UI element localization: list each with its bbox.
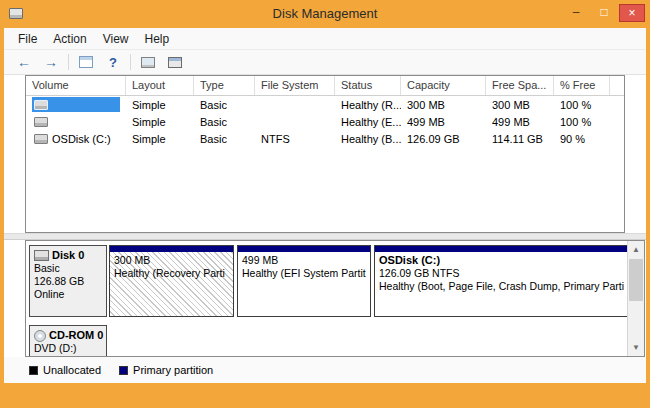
- cdrom0-row: CD-ROM 0 DVD (D:): [29, 325, 625, 356]
- cell-free-space: 499 MB: [486, 116, 554, 128]
- volume-cell[interactable]: OSDisk (C:): [32, 131, 120, 146]
- unallocated-swatch: [29, 366, 38, 375]
- minimize-button[interactable]: –: [563, 4, 589, 22]
- menu-help[interactable]: Help: [137, 29, 178, 49]
- column-type[interactable]: Type: [194, 76, 255, 95]
- title-bar[interactable]: Disk Management – □ ×: [0, 0, 650, 28]
- cdrom-icon: [34, 330, 46, 342]
- disk0-info[interactable]: Disk 0 Basic 126.88 GB Online: [29, 245, 107, 317]
- disk-type: Basic: [34, 262, 102, 275]
- cell-free-space: 300 MB: [486, 99, 554, 111]
- disk-graph-pane: Disk 0 Basic 126.88 GB Online 300 MB Hea…: [25, 240, 645, 357]
- cell-pct-free: 100 %: [554, 116, 610, 128]
- column-pct-free[interactable]: % Free: [554, 76, 610, 95]
- cell-status: Healthy (R...: [335, 99, 401, 111]
- window-title: Disk Management: [0, 6, 650, 21]
- cell-capacity: 300 MB: [401, 99, 486, 111]
- disk-properties-icon[interactable]: [165, 53, 185, 72]
- toolbar-separator: [130, 54, 131, 70]
- partition-status: Healthy (EFI System Partit: [242, 267, 366, 280]
- toolbar-separator: [68, 54, 69, 70]
- volume-cell[interactable]: [32, 114, 120, 129]
- partition-size: 126.09 GB NTFS: [379, 267, 624, 280]
- column-status[interactable]: Status: [335, 76, 401, 95]
- volume-icon: [34, 117, 48, 127]
- table-row-efi[interactable]: Simple Basic Healthy (E... 499 MB 499 MB…: [26, 113, 624, 130]
- cell-layout: Simple: [126, 133, 194, 145]
- cell-layout: Simple: [126, 99, 194, 111]
- scrollbar-thumb[interactable]: [629, 259, 643, 301]
- disk-properties-glyph: [168, 57, 182, 68]
- disk-name: CD-ROM 0: [49, 329, 103, 342]
- cell-capacity: 499 MB: [401, 116, 486, 128]
- disk-management-window: Disk Management – □ × File Action View H…: [0, 0, 650, 408]
- help-glyph: ?: [109, 55, 117, 70]
- disk-name: Disk 0: [52, 249, 84, 262]
- column-free-space[interactable]: Free Spa...: [486, 76, 554, 95]
- cell-status: Healthy (E...: [335, 116, 401, 128]
- partitions: 300 MB Healthy (Recovery Parti 499 MB He…: [109, 245, 627, 317]
- cell-type: Basic: [194, 99, 255, 111]
- cell-pct-free: 90 %: [554, 133, 610, 145]
- column-capacity[interactable]: Capacity: [401, 76, 486, 95]
- forward-icon[interactable]: →: [41, 53, 61, 72]
- pane-splitter[interactable]: [4, 233, 646, 240]
- cell-free-space: 114.11 GB: [486, 133, 554, 145]
- legend-label: Unallocated: [43, 364, 101, 376]
- cell-capacity: 126.09 GB: [401, 133, 486, 145]
- back-arrow-glyph: ←: [17, 55, 31, 69]
- partition-recovery[interactable]: 300 MB Healthy (Recovery Parti: [109, 245, 234, 317]
- vertical-scrollbar[interactable]: ▲ ▼: [627, 241, 644, 356]
- partition-title: OSDisk (C:): [379, 254, 624, 267]
- hdd-icon: [34, 250, 49, 261]
- disk-size: 126.88 GB: [34, 275, 102, 288]
- partition-osdisk[interactable]: OSDisk (C:) 126.09 GB NTFS Healthy (Boot…: [374, 245, 627, 317]
- legend-unallocated: Unallocated: [29, 364, 101, 376]
- legend-bar: Unallocated Primary partition: [4, 357, 646, 383]
- scroll-down-icon[interactable]: ▼: [628, 339, 644, 356]
- maximize-button[interactable]: □: [591, 4, 617, 22]
- volume-icon: [34, 134, 48, 144]
- menu-file[interactable]: File: [10, 29, 45, 49]
- partition-status: Healthy (Recovery Parti: [114, 267, 229, 280]
- legend-primary-partition: Primary partition: [119, 364, 213, 376]
- partition-size: 300 MB: [114, 254, 229, 267]
- table-row-osdisk[interactable]: OSDisk (C:) Simple Basic NTFS Healthy (B…: [26, 130, 624, 147]
- volume-icon: [34, 100, 48, 110]
- column-volume[interactable]: Volume: [26, 76, 126, 95]
- volume-name: OSDisk (C:): [52, 133, 111, 145]
- console-tree-icon[interactable]: [76, 53, 96, 72]
- window-content: File Action View Help ← → ? Volume Layou…: [4, 28, 646, 383]
- disk-graph-area: Disk 0 Basic 126.88 GB Online 300 MB Hea…: [26, 241, 627, 356]
- cdrom0-info[interactable]: CD-ROM 0 DVD (D:): [29, 325, 107, 356]
- column-file-system[interactable]: File System: [255, 76, 335, 95]
- forward-arrow-glyph: →: [44, 55, 58, 69]
- partition-efi[interactable]: 499 MB Healthy (EFI System Partit: [237, 245, 371, 317]
- cell-layout: Simple: [126, 116, 194, 128]
- computer-icon[interactable]: [138, 53, 158, 72]
- partition-size: 499 MB: [242, 254, 366, 267]
- menu-action[interactable]: Action: [45, 29, 94, 49]
- cell-pct-free: 100 %: [554, 99, 610, 111]
- menu-bar: File Action View Help: [4, 28, 646, 50]
- column-layout[interactable]: Layout: [126, 76, 194, 95]
- cell-file-system: NTFS: [255, 133, 335, 145]
- close-button[interactable]: ×: [619, 4, 645, 22]
- computer-glyph: [141, 57, 155, 68]
- scroll-up-icon[interactable]: ▲: [628, 241, 644, 258]
- legend-label: Primary partition: [133, 364, 213, 376]
- volume-list-header: Volume Layout Type File System Status Ca…: [26, 76, 624, 96]
- back-icon[interactable]: ←: [14, 53, 34, 72]
- table-row-recovery[interactable]: Simple Basic Healthy (R... 300 MB 300 MB…: [26, 96, 624, 113]
- disk0-row: Disk 0 Basic 126.88 GB Online 300 MB Hea…: [29, 245, 625, 317]
- toolbar: ← → ?: [4, 50, 646, 75]
- menu-view[interactable]: View: [95, 29, 137, 49]
- volume-list: Volume Layout Type File System Status Ca…: [25, 75, 625, 233]
- help-icon[interactable]: ?: [103, 53, 123, 72]
- cell-status: Healthy (B...: [335, 133, 401, 145]
- volume-selection[interactable]: [32, 97, 120, 112]
- primary-partition-swatch: [119, 366, 128, 375]
- disk-status: Online: [34, 288, 102, 301]
- disk-type: DVD (D:): [34, 342, 102, 355]
- cell-type: Basic: [194, 116, 255, 128]
